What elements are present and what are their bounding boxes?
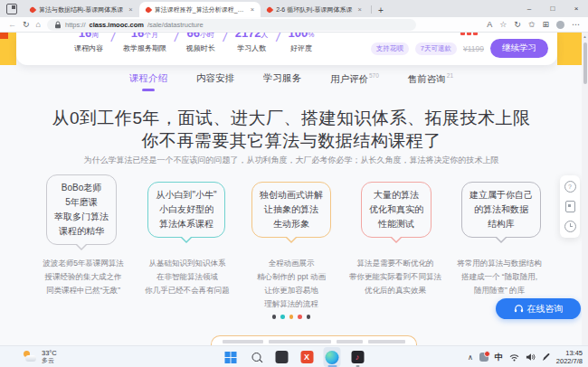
new-tab-button[interactable]: + [378, 5, 384, 15]
weather-temp: 33°C [42, 349, 57, 357]
tab-learning-service[interactable]: 学习服务 [263, 72, 301, 91]
address-bar[interactable]: https://class.imooc.com/sale/datastructu… [47, 19, 416, 31]
blurred-text-bar [223, 340, 263, 343]
consult-count: 21 [447, 72, 453, 79]
continue-learning-button[interactable]: 继续学习 [490, 39, 548, 58]
tab-presale-consult[interactable]: 售前咨询21 [408, 72, 453, 91]
carousel-dot[interactable] [307, 315, 311, 319]
carousel-dot[interactable] [289, 315, 294, 319]
hidden-icons-chevron[interactable]: ∧ [468, 353, 473, 362]
history-clock-icon[interactable] [564, 221, 576, 232]
sync-icon[interactable]: ↻ [514, 21, 521, 29]
carousel-dots [0, 315, 583, 319]
start-button[interactable] [223, 347, 240, 367]
tab-close-icon[interactable]: × [249, 5, 254, 14]
scrollbar-up-arrow[interactable]: ▴ [582, 33, 588, 41]
tab-content-plan[interactable]: 内容安排 [196, 72, 234, 91]
weather-widget[interactable]: 33°C 多云 [24, 349, 57, 364]
home-icon[interactable]: ⌂ [36, 21, 41, 29]
page-scrollbar[interactable]: ▴ [582, 33, 588, 345]
page-content: 16周 课程内容 / 16个月 教学服务期限 / 66小时 视频时长 / 217… [0, 33, 588, 345]
dark-app-icon [275, 351, 288, 363]
tab-course-intro[interactable]: 课程介绍 [129, 72, 167, 91]
tab-search-icon[interactable] [6, 4, 17, 14]
taskbar-center-icons: X ♪ [223, 346, 366, 367]
profile-avatar[interactable] [556, 21, 564, 29]
x-app-icon: X [300, 351, 313, 363]
settings-menu-icon[interactable]: ⋯ [572, 21, 580, 29]
carousel-dot[interactable] [280, 315, 285, 319]
favorites-icon[interactable]: ✩ [528, 21, 536, 29]
browser-tab-strip: 算法与数据结构-慕课网体系课 × 算法课程推荐_算法分析课程_数据 × 2-6 … [0, 0, 588, 17]
weather-desc: 多云 [42, 357, 57, 364]
imooc-favicon [144, 5, 151, 13]
browser-tab-3[interactable]: 2-6 循环队列-慕课网体系课 × [261, 2, 368, 17]
wifi-icon[interactable] [509, 353, 519, 362]
course-nav-tabs: 课程介绍 内容安排 学习服务 用户评价570 售前咨询21 [0, 72, 583, 91]
stat-separator: / [175, 33, 178, 44]
stat-video-hours: 66小时 视频时长 [186, 33, 215, 53]
feature-bubble-3: 独创动画式讲解 让抽象的算法 生动形象 [251, 182, 331, 238]
headset-icon [514, 304, 524, 314]
dark-app-button[interactable] [273, 347, 290, 367]
sun-cloud-icon [24, 351, 37, 362]
online-consult-button[interactable]: 在线咨询 [496, 298, 581, 319]
pen-icon[interactable] [542, 353, 550, 362]
search-button[interactable] [248, 347, 265, 367]
feature-bubble-5: 建立属于你自己 的算法和数据 结构库 [461, 182, 541, 238]
brand-yellow-strip-right [557, 33, 582, 65]
url-scheme: https:// [65, 21, 86, 29]
promo-price-clipped [460, 33, 478, 35]
feature-desc-4: 算法是需要不断优化的 带你更能实际看到不同算法 优化后的真实效果 [345, 257, 446, 311]
add-favorite-icon[interactable]: ☆ [499, 21, 507, 29]
minimize-button[interactable]: – [517, 0, 541, 17]
hero-title-line2: 你不再需要其它算法与数据结构课程了 [0, 129, 583, 153]
ime-indicator[interactable]: 中 [495, 352, 503, 363]
tab-user-reviews[interactable]: 用户评价570 [330, 72, 379, 91]
music-app-button[interactable]: ♪ [349, 347, 366, 367]
qrcode-icon[interactable] [565, 201, 575, 212]
floating-side-widget: ? [560, 175, 580, 238]
feature-desc-3: 全程动画展示 精心制作的 ppt 动画 让你更加容易地 理解算法的流程 [241, 257, 342, 311]
browser-tab-1[interactable]: 算法与数据结构-慕课网体系课 × [24, 2, 139, 17]
hero-subtitle: 为什么学算法已经是一个不应该问的问题了，从功利角度，大厂必考你必学；从长久角度，… [0, 155, 583, 166]
edge-icon [326, 351, 339, 364]
hero-title-line1: 从0到工作5年，面试、进大厂、搭建知识体系、拓展技术上限 [0, 107, 583, 130]
taskbar-clock[interactable]: 13:45 2022/7/8 [556, 349, 583, 366]
tab-separator [371, 5, 372, 14]
imooc-favicon [266, 5, 273, 13]
url-host: class.imooc.com [90, 21, 144, 29]
tab-close-icon[interactable]: × [127, 5, 132, 14]
feature-desc-2: 从基础知识到知识体系 在非智能算法领域 你几乎已经不会再有问题 [137, 257, 238, 311]
back-icon[interactable]: ← [8, 21, 16, 29]
stat-separator: / [277, 33, 280, 44]
window-controls: – □ × [517, 0, 588, 17]
feature-bubble-1: BoBo老师 5年磨课 萃取多门算法 课程的精华 [46, 174, 117, 245]
carousel-dot[interactable] [272, 315, 277, 319]
x-app-button[interactable]: X [299, 347, 316, 367]
scrollbar-thumb[interactable] [583, 42, 587, 84]
feature-descriptions-row: 波波老师5年慕课网算法 授课经验的集大成之作 同类课程中已然“无敌” 从基础知识… [33, 257, 550, 311]
carousel-dot[interactable] [298, 315, 302, 319]
edge-browser-button[interactable] [324, 347, 341, 367]
time: 13:45 [565, 349, 583, 357]
collections-icon[interactable]: ⊞ [542, 21, 549, 29]
speaker-icon[interactable] [526, 353, 536, 362]
browser-toolbar: ← ↻ ⌂ https://class.imooc.com/sale/datas… [0, 17, 588, 33]
stat-service-period: 16个月 教学服务期限 [123, 33, 166, 53]
blurred-text-bar [337, 340, 363, 343]
windows-logo-icon [225, 352, 237, 363]
huabei-badge: 支持花呗 [371, 42, 409, 55]
tray-badge-icon[interactable] [479, 353, 488, 362]
close-button[interactable]: × [564, 0, 588, 17]
help-icon[interactable]: ? [564, 181, 576, 193]
refresh-icon[interactable]: ↻ [23, 21, 30, 29]
system-tray: ∧ 中 13:45 2022/7/8 [468, 346, 583, 367]
feature-bubble-2: 从小白到"小牛" 小白友好型的 算法体系课程 [147, 182, 224, 238]
maximize-button[interactable]: □ [541, 0, 564, 17]
tab-close-icon[interactable]: × [356, 5, 362, 14]
browser-tab-2-active[interactable]: 算法课程推荐_算法分析课程_数据 × [139, 2, 261, 17]
imooc-favicon [29, 5, 36, 13]
stat-course-content: 16周 课程内容 [74, 33, 103, 53]
reader-icon[interactable]: A [487, 21, 492, 29]
